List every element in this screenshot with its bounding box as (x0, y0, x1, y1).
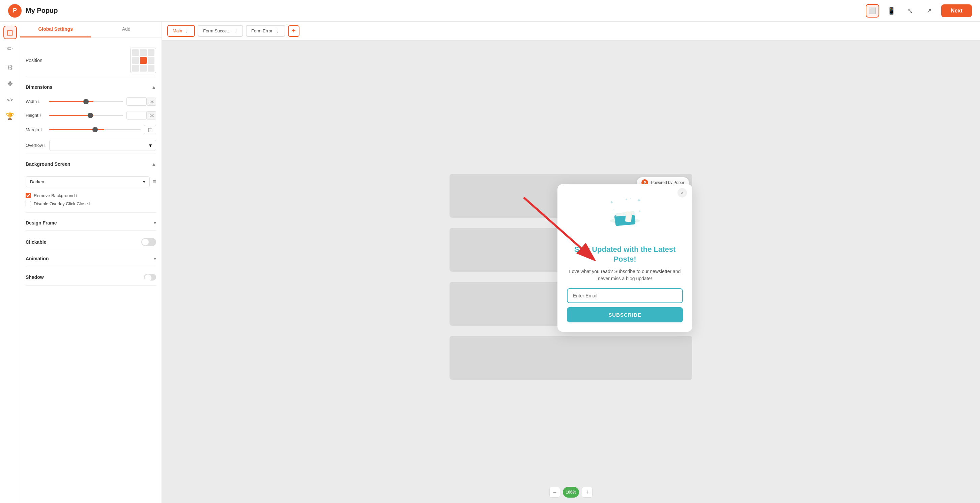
canvas-tab-main-menu-icon[interactable]: ⋮ (184, 28, 189, 34)
grid-cell-bc[interactable] (140, 65, 147, 72)
shadow-toggle[interactable] (144, 274, 156, 281)
tablet-view-button[interactable]: 📱 (885, 4, 898, 18)
height-slider[interactable] (49, 115, 123, 116)
svg-text:✦: ✦ (638, 209, 641, 213)
next-button[interactable]: Next (941, 5, 972, 17)
position-grid[interactable] (130, 48, 156, 73)
zoom-out-icon: − (553, 489, 557, 496)
width-info-icon[interactable]: ℹ (38, 99, 40, 104)
grid-cell-tl[interactable] (132, 49, 139, 56)
grid-cell-tr[interactable] (148, 49, 154, 56)
sidebar-item-paint[interactable]: ✏ (3, 42, 17, 55)
bg-screen-header[interactable]: Background Screen ▲ (25, 156, 156, 171)
external-link-button[interactable]: ↗ (922, 4, 936, 18)
disable-overlay-checkbox[interactable] (25, 201, 31, 206)
animation-header[interactable]: Animation ▾ (25, 251, 156, 266)
grid-cell-br[interactable] (148, 65, 154, 72)
fullscreen-button[interactable]: ⤡ (904, 4, 917, 18)
width-slider[interactable] (49, 101, 123, 102)
disable-overlay-info-icon[interactable]: ℹ (89, 201, 91, 206)
margin-label: Margin (25, 127, 39, 133)
code-icon: </> (7, 97, 13, 102)
layers-icon: ◫ (7, 28, 13, 37)
bg-style-dropdown[interactable]: Darken ▾ (25, 176, 150, 187)
width-input-group: 398 px (126, 97, 156, 105)
external-link-icon: ↗ (927, 7, 932, 14)
overflow-info-icon[interactable]: ℹ (44, 143, 46, 147)
bg-screen-chevron: ▲ (151, 161, 156, 167)
overflow-label: Overflow (25, 143, 43, 148)
overflow-dropdown[interactable]: ▾ (49, 140, 156, 151)
disable-overlay-row: Disable Overlay Click Close ℹ (25, 200, 156, 208)
award-icon: 🏆 (6, 112, 14, 120)
shadow-title: Shadow (25, 275, 44, 280)
position-label: Position (25, 58, 43, 63)
margin-info-icon[interactable]: ℹ (40, 128, 42, 132)
paint-icon: ✏ (7, 45, 13, 53)
animation-title: Animation (25, 256, 49, 261)
tab-add[interactable]: Add (91, 22, 162, 37)
width-input[interactable]: 398 (126, 97, 147, 105)
canvas-tab-form-success-menu-icon[interactable]: ⋮ (232, 28, 238, 34)
margin-slider[interactable] (49, 129, 141, 130)
desktop-view-button[interactable]: ⬜ (865, 4, 879, 18)
clickable-toggle[interactable] (141, 238, 156, 246)
canvas-tab-form-error-menu-icon[interactable]: ⋮ (275, 28, 280, 34)
dimensions-chevron: ▲ (151, 85, 156, 90)
sidebar-item-settings[interactable]: ⚙ (3, 61, 17, 74)
canvas-tab-main[interactable]: Main ⋮ (167, 25, 195, 37)
background-screen-section: Background Screen ▲ Darken ▾ ≡ Re (25, 156, 156, 213)
canvas-tab-form-success[interactable]: Form Succe... ⋮ (197, 25, 243, 37)
dimensions-header[interactable]: Dimensions ▲ (25, 80, 156, 94)
sidebar-item-layers[interactable]: ◫ (3, 26, 17, 39)
grid-cell-bl[interactable] (132, 65, 139, 72)
popup-close-button[interactable]: × (678, 188, 687, 198)
grid-cell-mc[interactable] (140, 57, 147, 64)
shadow-header[interactable]: Shadow (25, 269, 156, 285)
svg-text:✦: ✦ (637, 198, 641, 203)
canvas-tabs: Main ⋮ Form Succe... ⋮ Form Error ⋮ + (162, 22, 980, 40)
canvas-tab-add-button[interactable]: + (288, 25, 299, 37)
clickable-title: Clickable (25, 240, 46, 245)
remove-bg-checkbox[interactable] (25, 193, 31, 198)
grid-cell-mr[interactable] (148, 57, 154, 64)
clickable-section: Clickable (25, 233, 156, 251)
panel-content: Position Di (20, 37, 162, 503)
popup-title: Stay Updated with the Latest Posts! (567, 245, 683, 264)
height-input[interactable]: 449 (126, 111, 147, 120)
bg-screen-title: Background Screen (25, 161, 70, 167)
overflow-chevron-icon: ▾ (149, 142, 152, 149)
height-info-icon[interactable]: ℹ (40, 113, 41, 118)
design-frame-header[interactable]: Design Frame ▾ (25, 216, 156, 230)
fullscreen-icon: ⤡ (907, 7, 913, 15)
width-row: Width ℹ 398 px (25, 94, 156, 109)
position-section: Position (25, 44, 156, 77)
popup-subtitle: Love what you read? Subscribe to our new… (567, 268, 683, 282)
popup-email-input[interactable] (567, 288, 683, 303)
height-row: Height ℹ 449 px (25, 109, 156, 122)
zoom-in-button[interactable]: + (582, 487, 592, 498)
sidebar-item-code[interactable]: </> (3, 93, 17, 107)
book-illustration: ✦ ✦ ✦ ✦ + + (605, 195, 645, 236)
margin-icon[interactable]: ⬚ (144, 125, 156, 134)
tab-global-settings[interactable]: Global Settings (20, 22, 91, 37)
popup-subscribe-button[interactable]: SUBSCRIBE (567, 307, 683, 323)
grid-cell-tc[interactable] (140, 49, 147, 56)
bg-style-chevron-icon: ▾ (143, 179, 145, 184)
sidebar-item-award[interactable]: 🏆 (3, 109, 17, 123)
bg-style-value: Darken (30, 179, 44, 184)
canvas-tab-form-error[interactable]: Form Error ⋮ (246, 25, 285, 37)
panel-tabs: Global Settings Add (20, 22, 162, 37)
zoom-out-button[interactable]: − (549, 487, 560, 498)
bg-filter-icon[interactable]: ≡ (153, 178, 156, 185)
remove-bg-info-icon[interactable]: ℹ (76, 193, 77, 198)
width-unit: px (147, 97, 156, 105)
grid-cell-ml[interactable] (132, 57, 139, 64)
app-title: My Popup (25, 7, 58, 14)
svg-text:+: + (613, 208, 615, 211)
height-unit: px (147, 112, 156, 120)
sidebar-item-components[interactable]: ❖ (3, 77, 17, 91)
height-input-group: 449 px (126, 111, 156, 120)
settings-icon: ⚙ (7, 64, 13, 72)
canvas-tab-form-error-label: Form Error (251, 28, 272, 34)
